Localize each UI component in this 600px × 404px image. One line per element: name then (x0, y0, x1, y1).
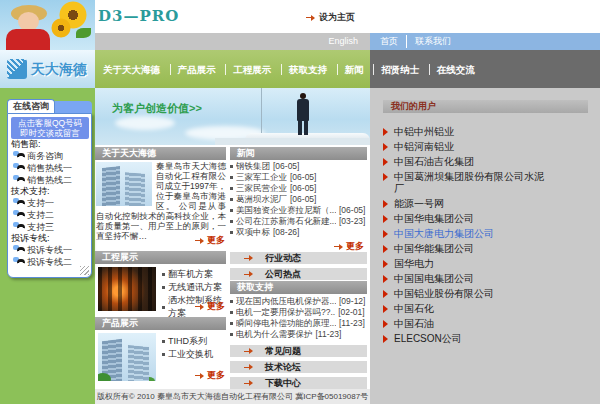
logo-text: 天大海德 (31, 61, 87, 79)
qq-contact-entry[interactable]: 投诉专线一 (11, 244, 89, 256)
support-link-bar[interactable]: 常见问题 (230, 345, 367, 357)
english-link[interactable]: English (328, 33, 358, 50)
top-links-bar: 首页 联系我们 (370, 33, 600, 50)
arrow-right-icon (195, 303, 204, 310)
nav-item[interactable]: 工程展示 (225, 64, 271, 75)
home-link[interactable]: 首页 (380, 35, 398, 48)
products-section-header[interactable]: 产品展示 (95, 317, 226, 330)
qq-notice[interactable]: 点击客服QQ号码 即时交谈或留言 (11, 117, 89, 139)
bullet-icon (230, 165, 233, 168)
site-title: D3—PRO (98, 7, 179, 25)
news-item[interactable]: 美国独资企业赛拉尼斯（... [06-05] (230, 205, 369, 216)
product-item[interactable]: TIHD系列 (162, 335, 228, 348)
nav-item[interactable]: 招贤纳士 (373, 64, 419, 75)
user-link[interactable]: 中国华电集团公司 (383, 213, 545, 225)
triangle-bullet-icon (383, 143, 388, 151)
support-item[interactable]: 现在国内低压电机保护器... [09-12] (230, 296, 369, 307)
user-link[interactable]: 中国华能集团公司 (383, 243, 545, 255)
qq-contact-entry[interactable]: 技术支持: (11, 186, 89, 197)
triangle-bullet-icon (383, 245, 388, 253)
products-list: TIHD系列 工业交换机 (162, 335, 228, 361)
nav-item[interactable]: 关于天大海德 (103, 64, 160, 75)
support-link-bar[interactable]: 下载中心 (230, 377, 367, 389)
support-list: 现在国内低压电机保护器... [09-12] 电机一定要用保护器吗??.. [0… (230, 296, 369, 340)
news-item[interactable]: 钢铁集团 [06-05] (230, 161, 369, 172)
user-link[interactable]: 中国国电集团公司 (383, 273, 545, 285)
qq-contact-entry[interactable]: 销售部: (11, 139, 89, 150)
news-item[interactable]: 公司在江苏新海石化新建... [03-23] (230, 216, 369, 227)
support-item[interactable]: 电机一定要用保护器吗??.. [02-01] (230, 307, 369, 318)
skyscraper-thumbnail[interactable] (96, 162, 152, 206)
nav-item[interactable]: 产品展示 (170, 64, 216, 75)
qq-penguin-icon (13, 198, 26, 209)
about-section-header[interactable]: 关于天大海德 (95, 147, 226, 160)
bullet-icon (230, 300, 233, 303)
qq-contact-label: 商务咨询 (27, 150, 63, 162)
news-item[interactable]: 三家民营企业 [06-05] (230, 183, 369, 194)
user-link[interactable]: 中国石油吉化集团 (383, 156, 545, 168)
qq-contact-entry[interactable]: 支持一 (11, 197, 89, 209)
qq-contact-entry[interactable]: 销售热线二 (11, 174, 89, 186)
qq-contact-entry[interactable]: 商务咨询 (11, 150, 89, 162)
support-link-bar[interactable]: 技术论坛 (230, 361, 367, 373)
news-link-bar[interactable]: 行业动态 (230, 252, 367, 264)
projects-section-header[interactable]: 工程展示 (95, 251, 226, 264)
bullet-icon (230, 176, 233, 179)
support-date: [11-23] (316, 329, 342, 340)
about-more-row: 更多 (95, 234, 225, 247)
user-link[interactable]: ELECSON公司 (383, 333, 545, 345)
project-item[interactable]: 翻车机方案 (162, 268, 228, 281)
resize-grip[interactable] (80, 266, 89, 275)
qq-contact-entry[interactable]: 投诉专线: (11, 233, 89, 244)
qq-contact-entry[interactable]: 支持三 (11, 221, 89, 233)
about-more-link[interactable]: 更多 (195, 234, 225, 247)
set-homepage-link[interactable]: 设为主页 (306, 11, 355, 24)
qq-contact-label: 支持二 (27, 209, 54, 221)
products-more-link[interactable]: 更多 (195, 369, 225, 382)
user-link[interactable]: 中国石化 (383, 303, 545, 315)
user-link[interactable]: 中铝中州铝业 (383, 126, 545, 138)
news-section-header[interactable]: 新闻 (230, 147, 367, 160)
triangle-bullet-icon (383, 158, 388, 166)
news-item[interactable]: 双项中标 [08-26] (230, 227, 369, 238)
about-text: 秦皇岛市天大海德自动化工程有限公司成立于1997年，位于秦皇岛市海港区。 公司是… (96, 161, 226, 241)
news-date: [06-05] (273, 161, 299, 172)
news-link-bar[interactable]: 公司热点 (230, 268, 367, 280)
logo-block[interactable]: 天大海德 (0, 50, 95, 88)
qq-contact-entry[interactable]: 投诉专线二 (11, 256, 89, 268)
banner-slogan: 为客户创造价值>> (112, 101, 202, 116)
projects-more-link[interactable]: 更多 (195, 300, 225, 313)
news-date: [06-05] (290, 194, 316, 205)
nav-item[interactable]: 新闻 (337, 64, 364, 75)
support-item[interactable]: 瞬间停电补偿功能的原理... [11-23] (230, 318, 369, 329)
triangle-bullet-icon (383, 290, 388, 298)
user-link[interactable]: 中铝河南铝业 (383, 141, 545, 153)
user-link[interactable]: 中国葛洲坝集团股份有限公司水泥厂 (383, 171, 545, 195)
user-link[interactable]: 能源一号网 (383, 198, 545, 210)
project-item[interactable]: 无线通讯方案 (162, 281, 228, 294)
support-item[interactable]: 电机为什么需要保护 [11-23] (230, 329, 369, 340)
support-link-bars: 常见问题 技术论坛 下载中心 (230, 345, 367, 393)
sunflower-icon (51, 18, 71, 38)
online-consult-sidebar: 在线咨询 点击客服QQ号码 即时交谈或留言 销售部: 商务咨询 (0, 88, 95, 404)
support-section-header[interactable]: 获取支持 (230, 281, 367, 294)
qq-contact-entry[interactable]: 销售热线一 (11, 162, 89, 174)
nav-item[interactable]: 获取支持 (281, 64, 327, 75)
contact-link[interactable]: 联系我们 (406, 35, 451, 48)
arrow-right-icon (244, 255, 253, 262)
tab-online-consult[interactable]: 在线咨询 (7, 99, 55, 113)
user-link[interactable]: 中国大唐电力集团公司 (383, 228, 545, 240)
qq-penguin-icon (13, 210, 26, 221)
bullet-icon (230, 220, 233, 223)
news-item[interactable]: 三家军工企业 [06-05] (230, 172, 369, 183)
user-link[interactable]: 国华电力 (383, 258, 545, 270)
news-item[interactable]: 葛洲坝水泥厂 [06-05] (230, 194, 369, 205)
qq-contact-entry[interactable]: 支持二 (11, 209, 89, 221)
nav-item[interactable]: 在线交流 (429, 64, 475, 75)
projects-more-row: 更多 (95, 300, 225, 313)
product-item[interactable]: 工业交换机 (162, 348, 228, 361)
user-link[interactable]: 中国铝业股份有限公司 (383, 288, 545, 300)
bullet-icon (230, 231, 233, 234)
user-link[interactable]: 中国石油 (383, 318, 545, 330)
products-more-row: 更多 (95, 369, 225, 382)
